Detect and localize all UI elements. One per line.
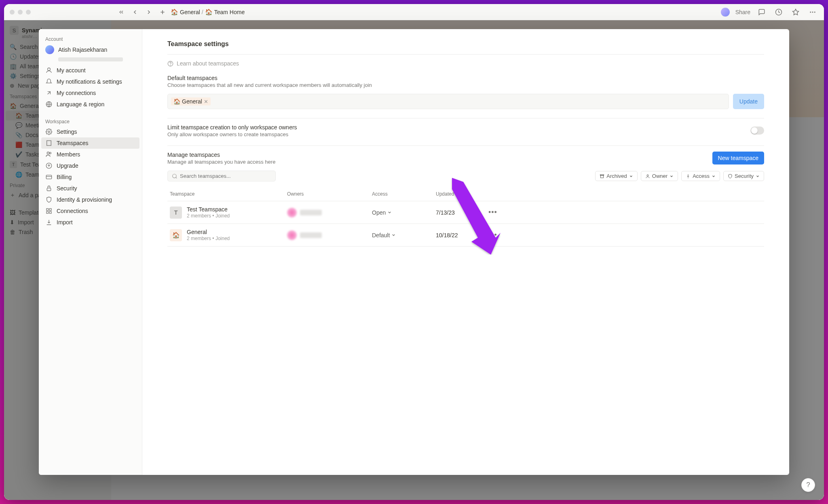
chevron-down-icon	[629, 174, 633, 178]
nav-back-icon[interactable]	[129, 6, 141, 18]
sidebar-item-import[interactable]: Import	[41, 217, 139, 228]
svg-rect-34	[601, 175, 604, 178]
table-row[interactable]: 🏠 General 2 members • Joined Default 10/…	[167, 224, 764, 247]
new-tab-icon[interactable]	[157, 6, 168, 18]
grid-icon	[45, 207, 53, 215]
filter-archived[interactable]: Archived	[595, 171, 638, 181]
chevron-down-icon	[756, 174, 760, 178]
favorite-icon[interactable]	[790, 6, 801, 18]
building-icon	[45, 139, 53, 147]
more-icon[interactable]	[807, 6, 818, 18]
home-icon: 🏠	[205, 8, 213, 16]
sidebar-item-members[interactable]: Members	[41, 149, 139, 160]
breadcrumb[interactable]: 🏠 General / 🏠 Team Home	[171, 8, 245, 16]
updated-date: 10/18/22	[436, 232, 488, 238]
sidebar-item-security[interactable]: Security	[41, 183, 139, 194]
limit-creation-toggle[interactable]	[750, 127, 764, 135]
gear-icon	[45, 128, 53, 135]
filter-access[interactable]: Access	[681, 171, 720, 181]
col-access[interactable]: Access	[372, 191, 436, 197]
share-button[interactable]: Share	[735, 9, 750, 15]
chevron-down-icon	[670, 174, 674, 178]
svg-rect-27	[46, 211, 49, 213]
people-icon	[45, 151, 53, 158]
redacted-email	[58, 57, 123, 61]
globe-icon	[45, 101, 53, 108]
svg-point-6	[814, 11, 815, 13]
filter-owner[interactable]: Owner	[641, 171, 678, 181]
bell-icon	[45, 78, 53, 85]
settings-sidebar: Account Atish Rajasekharan My account My…	[39, 29, 142, 475]
home-icon: 🏠	[171, 8, 178, 16]
help-button[interactable]: ?	[801, 478, 815, 492]
col-owners[interactable]: Owners	[287, 191, 372, 197]
sidebar-item-connections[interactable]: Connections	[41, 205, 139, 217]
teamspaces-table: Teamspace Owners Access Updated T Test T…	[167, 187, 764, 247]
learn-link[interactable]: Learn about teamspaces	[167, 60, 764, 67]
sidebar-item-notifications[interactable]: My notifications & settings	[41, 76, 139, 87]
svg-point-19	[49, 152, 51, 154]
user-icon	[45, 67, 53, 74]
access-select[interactable]: Default	[372, 232, 436, 238]
avatar[interactable]	[721, 8, 730, 17]
card-icon	[45, 173, 53, 181]
svg-rect-11	[47, 141, 51, 146]
breadcrumb-space[interactable]: General	[180, 9, 200, 15]
col-teamspace[interactable]: Teamspace	[170, 191, 287, 197]
breadcrumb-page[interactable]: Team Home	[214, 9, 245, 15]
svg-point-30	[170, 65, 171, 65]
svg-rect-24	[47, 188, 51, 191]
link-icon	[45, 89, 53, 97]
svg-rect-28	[49, 211, 51, 213]
svg-rect-25	[46, 209, 49, 211]
updates-icon[interactable]	[773, 6, 784, 18]
home-icon: 🏠	[173, 98, 180, 105]
teamspace-icon: T	[170, 207, 182, 219]
traffic-lights[interactable]	[10, 10, 31, 15]
access-select[interactable]: Open	[372, 209, 436, 216]
svg-point-7	[48, 68, 51, 71]
redacted-owner	[287, 208, 372, 217]
download-icon	[45, 219, 53, 226]
sidebar-collapse-icon[interactable]	[116, 6, 127, 18]
arrow-up-icon	[45, 162, 53, 169]
nav-forward-icon[interactable]	[143, 6, 154, 18]
sidebar-item-upgrade[interactable]: Upgrade	[41, 160, 139, 171]
col-updated[interactable]: Updated	[436, 191, 488, 197]
search-teamspaces-input[interactable]	[167, 171, 276, 181]
svg-line-32	[176, 177, 177, 178]
svg-rect-26	[49, 209, 51, 211]
chevron-down-icon	[391, 233, 396, 237]
teamspace-tag[interactable]: 🏠 General ✕	[171, 97, 211, 105]
svg-point-31	[173, 174, 176, 177]
update-button[interactable]: Update	[733, 94, 764, 109]
manage-teamspaces-heading: Manage teamspaces	[167, 152, 275, 158]
sidebar-item-language[interactable]: Language & region	[41, 99, 139, 110]
chevron-down-icon	[712, 174, 716, 178]
settings-content: Teamspace settings Learn about teamspace…	[142, 29, 789, 475]
sidebar-item-connections-account[interactable]: My connections	[41, 87, 139, 99]
sidebar-item-settings[interactable]: Settings	[41, 126, 139, 137]
row-actions-button[interactable]: •••	[488, 208, 497, 216]
svg-point-36	[688, 175, 689, 177]
svg-rect-22	[46, 175, 51, 179]
sidebar-item-identity[interactable]: Identity & provisioning	[41, 194, 139, 205]
table-row[interactable]: T Test Teamspace 2 members • Joined Open…	[167, 201, 764, 224]
sidebar-item-teamspaces[interactable]: Teamspaces	[41, 137, 139, 149]
page-title: Teamspace settings	[167, 40, 764, 48]
chevron-down-icon	[387, 210, 392, 215]
filter-security[interactable]: Security	[723, 171, 764, 181]
avatar	[45, 45, 54, 54]
limit-creation-heading: Limit teamspace creation to only workspa…	[167, 124, 297, 131]
new-teamspace-button[interactable]: New teamspace	[712, 152, 764, 164]
window-titlebar: 🏠 General / 🏠 Team Home Share	[4, 4, 824, 20]
remove-tag-icon[interactable]: ✕	[204, 99, 208, 105]
svg-point-10	[48, 131, 50, 133]
svg-point-4	[810, 11, 811, 13]
comments-icon[interactable]	[756, 6, 767, 18]
row-actions-button[interactable]: •••	[488, 231, 497, 239]
default-teamspaces-input[interactable]: 🏠 General ✕	[167, 94, 729, 109]
default-teamspaces-heading: Default teamspaces	[167, 75, 764, 81]
sidebar-item-billing[interactable]: Billing	[41, 171, 139, 183]
sidebar-item-my-account[interactable]: My account	[41, 65, 139, 76]
